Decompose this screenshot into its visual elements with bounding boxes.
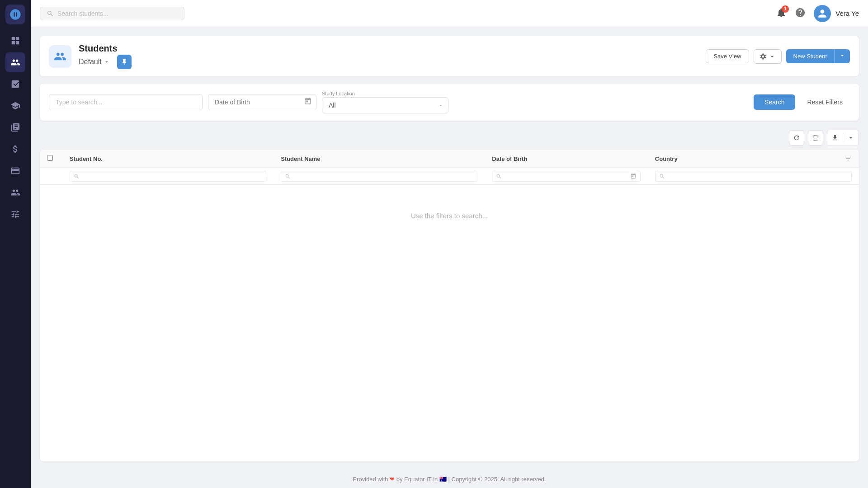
search-filter-wrap	[49, 94, 203, 110]
save-view-button[interactable]: Save View	[706, 49, 749, 63]
date-filter-wrap	[208, 94, 316, 110]
pin-button[interactable]	[117, 55, 132, 69]
date-filter-input[interactable]	[208, 94, 316, 110]
chevron-down-icon	[839, 52, 845, 59]
global-search-wrapper	[40, 7, 184, 20]
calendar-icon[interactable]	[304, 97, 312, 107]
export-button[interactable]	[827, 130, 843, 145]
footer-text-middle: by Equator IT in	[396, 476, 438, 483]
view-selector: Default	[79, 55, 698, 69]
page-title: Students	[79, 43, 698, 54]
page-header-card: Students Default Save View	[40, 36, 859, 76]
notification-button[interactable]: 1	[776, 7, 787, 20]
notification-badge: 1	[782, 5, 789, 13]
export-icon	[831, 134, 839, 141]
sidebar	[0, 0, 31, 488]
help-button[interactable]	[795, 7, 806, 20]
filters-row: Study Location All Search Reset Filters	[49, 91, 850, 113]
chevron-down-icon	[769, 53, 776, 60]
footer-heart: ❤	[390, 476, 395, 483]
view-dropdown[interactable]: Default	[79, 58, 110, 66]
global-search-input[interactable]	[57, 10, 178, 17]
search-icon	[496, 174, 502, 179]
new-student-split-button[interactable]	[834, 49, 850, 63]
col-search-student-no	[62, 168, 274, 185]
reset-filters-button[interactable]: Reset Filters	[800, 94, 850, 110]
columns-button[interactable]	[808, 130, 823, 145]
refresh-button[interactable]	[789, 130, 804, 145]
col-search-student-no-input[interactable]	[82, 173, 262, 179]
select-all-checkbox[interactable]	[47, 155, 53, 161]
empty-message: Use the filters to search...	[411, 212, 488, 220]
topbar: 1 Vera Ye	[31, 0, 868, 27]
col-student-name: Student Name	[274, 150, 485, 168]
col-search-dob	[485, 168, 648, 185]
col-country: Country	[648, 150, 859, 168]
sidebar-item-finance[interactable]	[5, 139, 25, 159]
col-search-student-name-input[interactable]	[293, 173, 473, 179]
col-dob: Date of Birth	[485, 150, 648, 168]
page-icon	[49, 45, 71, 68]
export-button-group	[827, 130, 859, 146]
sidebar-item-agents[interactable]	[5, 183, 25, 202]
footer: Provided with ❤ by Equator IT in 🇦🇺 | Co…	[31, 470, 868, 488]
main-content: 1 Vera Ye Stu	[31, 0, 868, 488]
view-label: Default	[79, 58, 102, 66]
col-search-country	[648, 168, 859, 185]
sidebar-item-billing[interactable]	[5, 161, 25, 181]
search-button[interactable]: Search	[754, 94, 795, 110]
data-table-card: Student No. Student Name	[40, 150, 859, 461]
data-table: Student No. Student Name	[40, 150, 859, 247]
sidebar-item-dashboard[interactable]	[5, 31, 25, 51]
app-logo[interactable]	[5, 5, 25, 24]
new-student-group: New Student	[786, 49, 850, 63]
sidebar-item-compliance[interactable]	[5, 117, 25, 137]
user-name: Vera Ye	[835, 9, 859, 17]
search-filter-input[interactable]	[49, 94, 203, 110]
sidebar-item-reports[interactable]	[5, 74, 25, 94]
settings-button[interactable]	[754, 49, 782, 64]
search-icon	[285, 174, 291, 179]
col-search-checkbox	[40, 168, 62, 185]
study-location-select[interactable]: All	[322, 97, 448, 113]
sidebar-item-students[interactable]	[5, 52, 25, 72]
columns-icon	[812, 134, 819, 141]
column-filter-icon[interactable]	[844, 155, 852, 162]
table-toolbar	[40, 128, 859, 150]
col-checkbox	[40, 150, 62, 168]
user-area[interactable]: Vera Ye	[814, 5, 859, 22]
search-icon	[74, 174, 80, 179]
page-title-group: Students Default	[79, 43, 698, 69]
export-dropdown-button[interactable]	[843, 130, 859, 145]
col-student-no-label: Student No.	[70, 155, 103, 162]
col-search-student-name	[274, 168, 485, 185]
col-student-no: Student No.	[62, 150, 274, 168]
new-student-button[interactable]: New Student	[786, 49, 834, 63]
sidebar-item-courses[interactable]	[5, 96, 25, 116]
search-icon	[47, 10, 54, 17]
study-location-label: Study Location	[322, 91, 448, 96]
filters-actions: Search Reset Filters	[754, 94, 850, 110]
col-search-dob-input[interactable]	[505, 173, 541, 179]
study-location-wrap: Study Location All	[322, 91, 448, 113]
header-actions: Save View New Student	[706, 49, 850, 64]
footer-flag: 🇦🇺	[439, 476, 447, 483]
sidebar-item-settings[interactable]	[5, 204, 25, 224]
page-content: Students Default Save View	[31, 27, 868, 470]
chevron-down-icon	[847, 134, 854, 141]
topbar-right: 1 Vera Ye	[776, 5, 859, 22]
col-student-name-label: Student Name	[281, 155, 320, 162]
gear-icon	[760, 53, 767, 60]
search-icon	[659, 174, 665, 179]
calendar-icon[interactable]	[630, 173, 637, 179]
refresh-icon	[793, 134, 800, 141]
avatar	[814, 5, 831, 22]
col-search-country-input[interactable]	[668, 173, 848, 179]
footer-text-before: Provided with	[353, 476, 388, 483]
table-section: Student No. Student Name	[40, 128, 859, 461]
col-dob-label: Date of Birth	[492, 155, 527, 162]
footer-text-after: | Copyright © 2025. All right reserved.	[448, 476, 546, 483]
empty-state: Use the filters to search...	[40, 185, 859, 247]
filters-card: Study Location All Search Reset Filters	[40, 84, 859, 121]
col-country-label: Country	[655, 155, 678, 162]
